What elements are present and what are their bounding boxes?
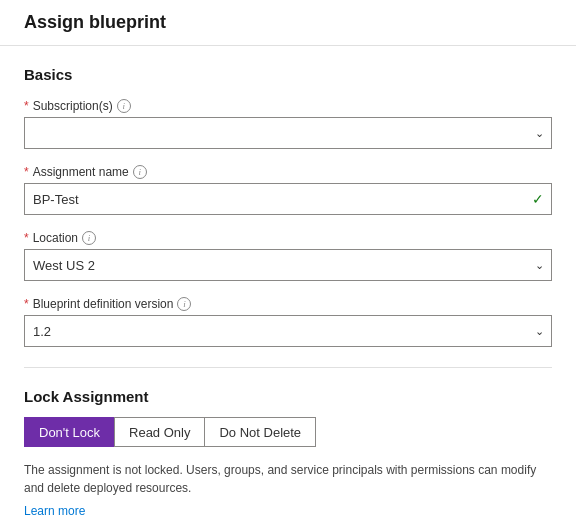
blueprint-version-field-group: * Blueprint definition version i 1.2 1.1… bbox=[24, 297, 552, 347]
blueprint-version-select[interactable]: 1.2 1.1 1.0 bbox=[24, 315, 552, 347]
location-select[interactable]: West US 2 East US West US bbox=[24, 249, 552, 281]
assignment-name-check-icon: ✓ bbox=[532, 191, 544, 207]
assignment-name-input[interactable] bbox=[24, 183, 552, 215]
assignment-name-input-wrapper: ✓ bbox=[24, 183, 552, 215]
location-required-star: * bbox=[24, 231, 29, 245]
assignment-name-required-star: * bbox=[24, 165, 29, 179]
section-divider bbox=[24, 367, 552, 368]
page-container: Assign blueprint Basics * Subscription(s… bbox=[0, 0, 576, 528]
assignment-name-field-group: * Assignment name i ✓ bbox=[24, 165, 552, 215]
subscription-label: * Subscription(s) i bbox=[24, 99, 552, 113]
subscription-select-wrapper: ⌄ bbox=[24, 117, 552, 149]
subscription-info-icon[interactable]: i bbox=[117, 99, 131, 113]
assignment-name-label-text: Assignment name bbox=[33, 165, 129, 179]
main-content: Basics * Subscription(s) i ⌄ * Assignmen… bbox=[0, 46, 576, 528]
assignment-name-label: * Assignment name i bbox=[24, 165, 552, 179]
blueprint-version-label-text: Blueprint definition version bbox=[33, 297, 174, 311]
subscription-required-star: * bbox=[24, 99, 29, 113]
read-only-button[interactable]: Read Only bbox=[114, 417, 205, 447]
do-not-delete-button[interactable]: Do Not Delete bbox=[205, 417, 316, 447]
blueprint-version-info-icon[interactable]: i bbox=[177, 297, 191, 311]
blueprint-version-label: * Blueprint definition version i bbox=[24, 297, 552, 311]
page-header: Assign blueprint bbox=[0, 0, 576, 46]
subscription-select[interactable] bbox=[24, 117, 552, 149]
lock-description: The assignment is not locked. Users, gro… bbox=[24, 461, 552, 497]
blueprint-version-required-star: * bbox=[24, 297, 29, 311]
learn-more-link[interactable]: Learn more bbox=[24, 504, 85, 518]
basics-section-title: Basics bbox=[24, 66, 552, 83]
location-label: * Location i bbox=[24, 231, 552, 245]
location-info-icon[interactable]: i bbox=[82, 231, 96, 245]
subscription-label-text: Subscription(s) bbox=[33, 99, 113, 113]
dont-lock-button[interactable]: Don't Lock bbox=[24, 417, 114, 447]
location-label-text: Location bbox=[33, 231, 78, 245]
lock-buttons-group: Don't Lock Read Only Do Not Delete bbox=[24, 417, 552, 447]
page-title: Assign blueprint bbox=[24, 12, 166, 32]
location-select-wrapper: West US 2 East US West US ⌄ bbox=[24, 249, 552, 281]
lock-section-title: Lock Assignment bbox=[24, 388, 552, 405]
blueprint-version-select-wrapper: 1.2 1.1 1.0 ⌄ bbox=[24, 315, 552, 347]
subscription-field-group: * Subscription(s) i ⌄ bbox=[24, 99, 552, 149]
assignment-name-info-icon[interactable]: i bbox=[133, 165, 147, 179]
location-field-group: * Location i West US 2 East US West US ⌄ bbox=[24, 231, 552, 281]
